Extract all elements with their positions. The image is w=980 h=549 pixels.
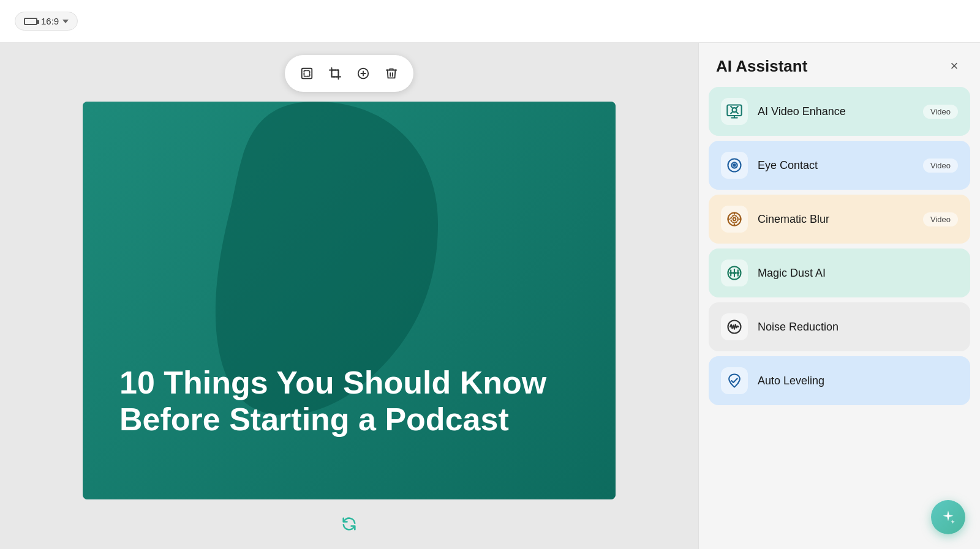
panel-item-eye-contact[interactable]: Eye Contact Video: [709, 141, 970, 190]
select-tool-button[interactable]: [295, 61, 319, 86]
top-bar: 16:9: [0, 0, 980, 43]
auto-leveling-label: Auto Leveling: [758, 375, 958, 387]
video-background: 10 Things You Should Know Before Startin…: [83, 102, 616, 499]
aspect-ratio-selector[interactable]: 16:9: [15, 12, 78, 31]
svg-point-7: [733, 108, 737, 112]
crop-tool-button[interactable]: [323, 61, 347, 86]
ai-video-enhance-label: AI Video Enhance: [758, 105, 923, 118]
aspect-ratio-label: 16:9: [41, 16, 59, 26]
add-tool-button[interactable]: [351, 61, 375, 86]
panel-title: AI Assistant: [716, 57, 807, 76]
svg-rect-6: [727, 105, 741, 116]
cinematic-blur-label: Cinematic Blur: [758, 213, 923, 226]
svg-rect-1: [304, 70, 309, 76]
panel-item-noise-reduction[interactable]: Noise Reduction: [709, 302, 970, 351]
svg-rect-2: [332, 70, 339, 77]
magic-dust-ai-label: Magic Dust AI: [758, 267, 958, 280]
cinematic-blur-icon: [721, 206, 748, 233]
svg-rect-0: [302, 69, 312, 79]
svg-point-10: [733, 164, 736, 166]
panel-item-cinematic-blur[interactable]: Cinematic Blur Video: [709, 195, 970, 244]
noise-reduction-icon: [721, 313, 748, 340]
noise-reduction-label: Noise Reduction: [758, 321, 958, 334]
canvas-area: 10 Things You Should Know Before Startin…: [0, 43, 698, 549]
chevron-down-icon: [62, 20, 69, 23]
eye-contact-badge: Video: [923, 159, 958, 173]
eye-contact-icon: [721, 152, 748, 179]
eye-contact-label: Eye Contact: [758, 159, 923, 172]
video-thumbnail: 10 Things You Should Know Before Startin…: [83, 102, 616, 499]
right-panel: AI Assistant × AI Video Enhance Video: [698, 43, 980, 549]
canvas-toolbar: [285, 55, 413, 92]
auto-leveling-icon: [721, 367, 748, 394]
battery-icon: [24, 18, 37, 25]
main-content: 10 Things You Should Know Before Startin…: [0, 43, 980, 549]
refresh-container: [341, 515, 358, 537]
panel-item-ai-video-enhance[interactable]: AI Video Enhance Video: [709, 87, 970, 136]
refresh-button[interactable]: [341, 515, 358, 537]
svg-line-33: [737, 326, 739, 327]
svg-point-12: [731, 215, 738, 223]
cinematic-blur-badge: Video: [923, 212, 958, 226]
video-title: 10 Things You Should Know Before Startin…: [119, 365, 579, 438]
panel-list: AI Video Enhance Video Eye Contact Video: [699, 87, 980, 549]
svg-point-13: [733, 218, 736, 221]
close-panel-button[interactable]: ×: [943, 55, 965, 77]
delete-tool-button[interactable]: [379, 61, 404, 86]
panel-header: AI Assistant ×: [699, 43, 980, 87]
ai-video-enhance-icon: [721, 98, 748, 125]
magic-dust-ai-icon: [721, 260, 748, 286]
panel-item-auto-leveling[interactable]: Auto Leveling: [709, 356, 970, 405]
ai-video-enhance-badge: Video: [923, 105, 958, 119]
ai-fab-button[interactable]: [931, 500, 965, 534]
panel-item-magic-dust-ai[interactable]: Magic Dust AI: [709, 248, 970, 297]
